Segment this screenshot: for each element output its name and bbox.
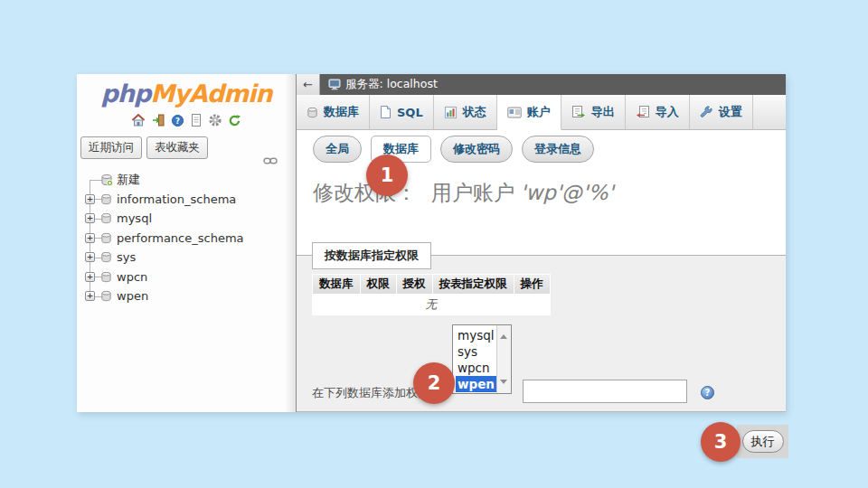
subtab-login-information[interactable]: 登录信息 <box>522 136 594 163</box>
logo-text-php: php <box>100 80 150 108</box>
database-privileges-fieldset: 按数据库指定权限 数据库 权限 授权 按表指定权限 操作 无 <box>297 255 786 411</box>
step-annotation-3: 3 <box>701 422 741 462</box>
tab-settings[interactable]: 设置 <box>690 95 753 129</box>
export-icon <box>571 105 586 119</box>
database-icon <box>100 232 112 244</box>
wrench-icon <box>700 106 713 119</box>
tree-item-sys[interactable]: + sys <box>77 248 283 267</box>
main-panel: ← 服务器: localhost 数据库 SQL 状态 <box>297 74 786 412</box>
sidebar-icon-bar: ? <box>77 112 296 128</box>
tab-label: SQL <box>397 106 423 119</box>
status-chart-icon <box>444 106 458 119</box>
main-tab-bar: 数据库 SQL 状态 账户 导出 <box>297 95 786 130</box>
tree-item-information-schema[interactable]: + information_schema <box>77 190 283 210</box>
import-icon <box>636 105 650 119</box>
tab-import[interactable]: 导入 <box>626 95 690 129</box>
database-name-input[interactable] <box>523 380 687 403</box>
title-account: 'wp'@'%' <box>520 181 614 204</box>
link-icon[interactable] <box>263 152 278 169</box>
select-option-mysql[interactable]: mysql <box>456 327 496 343</box>
tab-label: 导入 <box>656 104 679 120</box>
sidebar: phpMyAdmin ? <box>77 74 297 412</box>
subtab-change-password[interactable]: 修改密码 <box>440 136 513 163</box>
tree-item-label: performance_schema <box>117 231 244 245</box>
database-icon <box>100 271 112 283</box>
tab-label: 数据库 <box>324 104 359 120</box>
step-annotation-2: 2 <box>413 362 455 404</box>
expand-plus-icon[interactable]: + <box>85 291 95 301</box>
fieldset-legend: 按数据库指定权限 <box>312 242 431 269</box>
go-button[interactable]: 执行 <box>742 430 784 453</box>
scroll-down-icon[interactable] <box>500 380 507 388</box>
new-database-icon <box>100 174 113 186</box>
database-icon <box>100 212 112 224</box>
phpmyadmin-logo[interactable]: phpMyAdmin <box>77 80 296 108</box>
expand-plus-icon[interactable]: + <box>85 194 95 204</box>
column-header-grant: 授权 <box>397 275 432 294</box>
exit-icon[interactable] <box>151 113 165 127</box>
account-card-icon <box>507 107 522 118</box>
docs-icon[interactable] <box>190 113 203 127</box>
server-breadcrumb[interactable]: 服务器: localhost <box>345 77 438 92</box>
tree-item-new-database[interactable]: 新建 <box>77 170 283 190</box>
tree-item-wpcn[interactable]: + wpcn <box>77 267 283 287</box>
table-favorites-button[interactable]: 表收藏夹 <box>146 136 208 159</box>
tab-status[interactable]: 状态 <box>434 95 497 129</box>
database-icon <box>100 290 112 302</box>
go-button-strip: 执行 <box>737 425 788 458</box>
database-icon <box>100 193 112 205</box>
svg-text:?: ? <box>175 116 180 125</box>
server-icon <box>328 79 341 90</box>
sql-icon <box>380 105 392 119</box>
settings-gear-icon[interactable] <box>208 113 222 127</box>
help-icon[interactable]: ? <box>701 386 714 399</box>
expand-plus-icon[interactable]: + <box>85 233 95 243</box>
tab-label: 状态 <box>463 104 486 120</box>
select-option-wpcn[interactable]: wpcn <box>456 360 496 376</box>
tree-item-label: wpcn <box>117 270 147 284</box>
tab-databases[interactable]: 数据库 <box>297 95 370 129</box>
select-scrollbar[interactable] <box>496 325 511 393</box>
table-row: 无 <box>313 295 550 314</box>
tab-label: 导出 <box>591 104 615 120</box>
refresh-icon[interactable] <box>228 114 241 127</box>
subtab-global[interactable]: 全局 <box>313 136 362 163</box>
phpmyadmin-window: phpMyAdmin ? <box>77 74 786 412</box>
tree-item-performance-schema[interactable]: + performance_schema <box>77 229 283 249</box>
expand-plus-icon[interactable]: + <box>85 272 95 282</box>
home-icon[interactable] <box>131 113 146 127</box>
database-icon <box>100 251 112 263</box>
logo-text-myadmin: MyAdmin <box>150 80 271 108</box>
tree-item-label: 新建 <box>117 172 140 188</box>
help-icon[interactable]: ? <box>171 114 184 127</box>
privileges-table: 数据库 权限 授权 按表指定权限 操作 无 <box>312 274 551 315</box>
tab-user-accounts[interactable]: 账户 <box>497 95 561 130</box>
column-header-privileges: 权限 <box>361 275 396 294</box>
back-button[interactable]: ← <box>297 74 320 95</box>
database-icon <box>307 107 318 118</box>
column-header-database: 数据库 <box>313 275 360 294</box>
recent-tables-button[interactable]: 近期访问 <box>80 136 142 159</box>
step-annotation-1: 1 <box>366 155 408 196</box>
select-option-wpen[interactable]: wpen <box>456 376 496 392</box>
tree-item-wpen[interactable]: + wpen <box>77 286 283 306</box>
tab-export[interactable]: 导出 <box>561 95 626 129</box>
column-header-table-privileges: 按表指定权限 <box>433 275 514 294</box>
tab-sql[interactable]: SQL <box>370 95 434 129</box>
tree-item-label: information_schema <box>117 192 236 206</box>
expand-plus-icon[interactable]: + <box>85 213 95 223</box>
select-option-sys[interactable]: sys <box>456 343 496 360</box>
database-select-options: mysql sys wpcn wpen <box>453 325 496 393</box>
scroll-up-icon[interactable] <box>500 331 507 339</box>
database-select[interactable]: mysql sys wpcn wpen <box>452 324 512 394</box>
account-subtabs: 全局 数据库 修改密码 登录信息 <box>313 136 594 163</box>
title-subject: 用户账户 <box>431 181 514 204</box>
tab-label: 账户 <box>527 104 551 120</box>
expand-plus-icon[interactable]: + <box>85 252 95 262</box>
column-header-action: 操作 <box>514 275 550 294</box>
empty-table-message: 无 <box>313 295 550 314</box>
database-tree: 新建 + information_schema + mysq <box>77 170 283 306</box>
tree-item-label: mysql <box>117 211 152 225</box>
server-breadcrumb-bar: ← 服务器: localhost <box>297 74 786 95</box>
tree-item-mysql[interactable]: + mysql <box>77 209 283 229</box>
